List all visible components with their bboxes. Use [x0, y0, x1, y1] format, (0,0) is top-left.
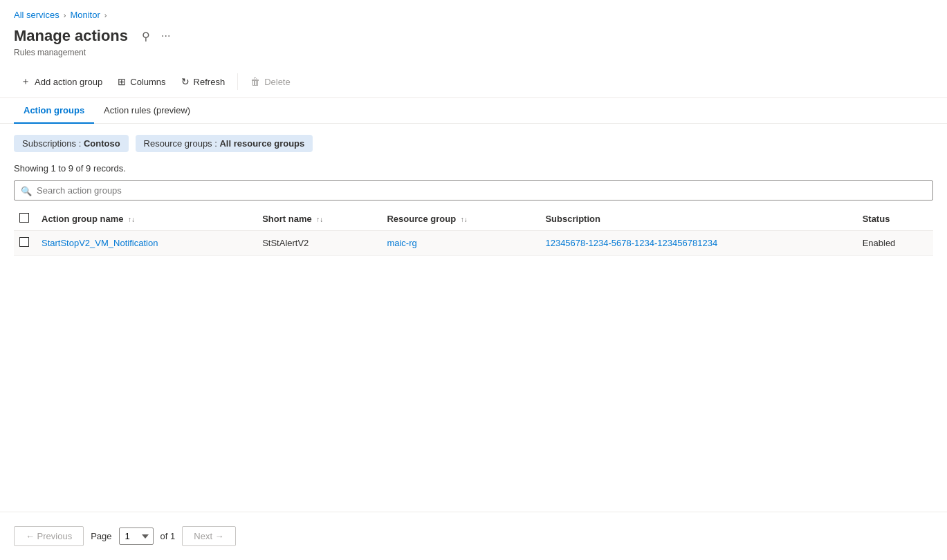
- tab-action-rules[interactable]: Action rules (preview): [94, 98, 200, 124]
- delete-icon: 🗑: [250, 76, 260, 87]
- more-options-button[interactable]: ···: [158, 28, 173, 44]
- search-bar: 🔍: [14, 180, 933, 200]
- search-icon: 🔍: [21, 185, 32, 196]
- header-checkbox[interactable]: [19, 213, 29, 223]
- action-group-name-link[interactable]: StartStopV2_VM_Notification: [42, 238, 158, 248]
- cell-action-group-name: StartStopV2_VM_Notification: [36, 231, 257, 256]
- breadcrumb-monitor[interactable]: Monitor: [70, 10, 100, 20]
- cell-resource-group: maic-rg: [381, 231, 540, 256]
- cell-subscription: 12345678-1234-5678-1234-123456781234: [540, 231, 856, 256]
- table-header-row: Action group name ↑↓ Short name ↑↓ Resou…: [14, 207, 933, 231]
- col-resource-group[interactable]: Resource group ↑↓: [381, 207, 540, 231]
- row-checkbox[interactable]: [19, 237, 29, 247]
- breadcrumb: All services › Monitor ›: [0, 0, 947, 23]
- sort-icon-short: ↑↓: [316, 216, 323, 223]
- header-icons: ⚲ ···: [139, 28, 173, 44]
- delete-button[interactable]: 🗑 Delete: [243, 72, 297, 91]
- select-all-header[interactable]: [14, 207, 36, 231]
- col-status: Status: [857, 207, 933, 231]
- row-checkbox-cell[interactable]: [14, 231, 36, 256]
- sort-icon-rg: ↑↓: [461, 216, 468, 223]
- page-title: Manage actions: [14, 27, 128, 45]
- breadcrumb-all-services[interactable]: All services: [14, 10, 59, 20]
- col-short-name[interactable]: Short name ↑↓: [257, 207, 381, 231]
- sort-icon-name: ↑↓: [128, 216, 135, 223]
- breadcrumb-sep-2: ›: [104, 11, 107, 19]
- refresh-button[interactable]: ↻ Refresh: [174, 72, 232, 91]
- page-subtitle: Rules management: [0, 48, 947, 66]
- records-info: Showing 1 to 9 of 9 records.: [0, 159, 947, 180]
- resource-group-filter[interactable]: Resource groups : All resource groups: [136, 135, 313, 152]
- cell-short-name: StStAlertV2: [257, 231, 381, 256]
- resource-group-link[interactable]: maic-rg: [387, 238, 416, 248]
- add-action-group-button[interactable]: ＋ Add action group: [14, 71, 109, 92]
- col-action-group-name[interactable]: Action group name ↑↓: [36, 207, 257, 231]
- subscription-link[interactable]: 12345678-1234-5678-1234-123456781234: [545, 238, 717, 248]
- filters: Subscriptions : Contoso Resource groups …: [0, 124, 947, 159]
- pin-button[interactable]: ⚲: [139, 28, 153, 44]
- tabs-bar: Action groups Action rules (preview): [0, 98, 947, 124]
- action-groups-table: Action group name ↑↓ Short name ↑↓ Resou…: [14, 207, 933, 256]
- refresh-icon: ↻: [181, 76, 190, 87]
- toolbar-separator: [237, 73, 238, 90]
- cell-status: Enabled: [857, 231, 933, 256]
- page-header: Manage actions ⚲ ···: [0, 23, 947, 48]
- subscription-filter[interactable]: Subscriptions : Contoso: [14, 135, 129, 152]
- breadcrumb-sep-1: ›: [64, 11, 66, 19]
- toolbar: ＋ Add action group ⊞ Columns ↻ Refresh 🗑…: [0, 66, 947, 98]
- table-container: Action group name ↑↓ Short name ↑↓ Resou…: [0, 207, 947, 256]
- table-row: StartStopV2_VM_Notification StStAlertV2 …: [14, 231, 933, 256]
- tab-action-groups[interactable]: Action groups: [14, 98, 94, 124]
- col-subscription: Subscription: [540, 207, 856, 231]
- add-icon: ＋: [21, 75, 30, 88]
- search-input[interactable]: [14, 180, 933, 200]
- columns-icon: ⊞: [118, 76, 126, 87]
- columns-button[interactable]: ⊞ Columns: [111, 72, 172, 91]
